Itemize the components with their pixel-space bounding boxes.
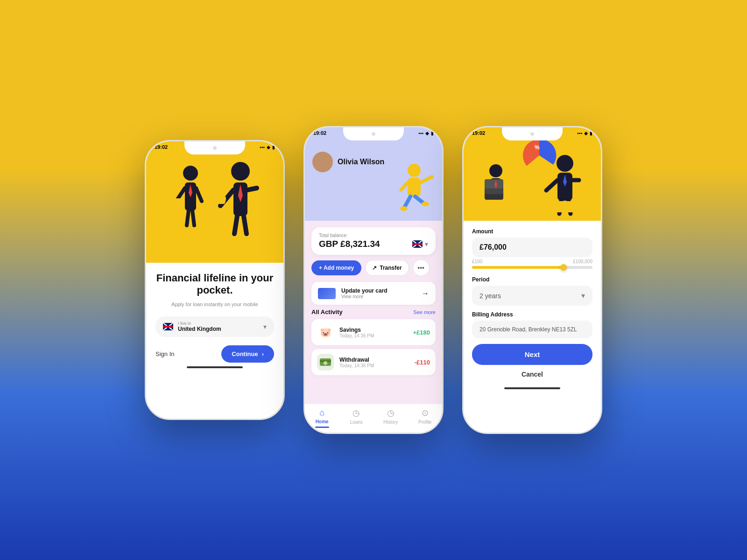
sign-in-button[interactable]: Sign In [155, 350, 174, 357]
svg-point-0 [183, 166, 198, 181]
balance-card: Total balance: GBP £8,321.34 ▾ [311, 227, 436, 255]
phone-2: 19:02 ▪▪▪ ◈ ▮ Olivia Wilson [303, 126, 444, 434]
continue-button[interactable]: Continue › [221, 345, 274, 363]
add-money-button[interactable]: + Add money [311, 260, 361, 275]
nav-loans[interactable]: ◷ Loans [343, 408, 369, 428]
billing-address-input[interactable]: 20 Grenoble Road, Brenkley NE13 5ZL [472, 321, 592, 338]
bottom-nav: ⌂ Home ◷ Loans ◷ History ⊙ Profile [305, 404, 442, 433]
phone-2-header: Olivia Wilson [305, 127, 442, 221]
svg-line-13 [247, 188, 257, 190]
savings-activity-item[interactable]: 🐷 Savings Today, 14:36 PM +£180 [311, 319, 436, 345]
country-chevron-icon: ▾ [263, 323, 267, 330]
hero-illustration-1 [159, 151, 271, 253]
phone-1-actions: Sign In Continue › [155, 345, 274, 363]
withdrawal-time: Today, 14:36 PM [339, 363, 409, 368]
nav-profile[interactable]: ⊙ Profile [412, 408, 438, 428]
phone-3: 19:02 ▪▪▪ ◈ ▮ % [462, 126, 602, 434]
period-label: Period [472, 276, 592, 283]
phone-2-status-icons: ▪▪▪ ◈ ▮ [418, 131, 434, 136]
svg-line-14 [234, 216, 237, 234]
phone-1-hero [146, 141, 283, 263]
signal-icon: ▪▪▪ [260, 145, 265, 150]
svg-rect-40 [485, 179, 503, 189]
phone-1-time: 19:02 [155, 144, 168, 150]
country-selector[interactable]: I live in United Kingdom ▾ [155, 316, 274, 337]
svg-rect-51 [553, 201, 577, 207]
phone-3-body: Amount £76,000 £100 £100,000 Period 2 ye… [464, 221, 601, 433]
amount-label: Amount [472, 228, 592, 235]
period-chevron-icon: ▾ [581, 291, 585, 300]
wifi-icon: ◈ [267, 145, 270, 150]
svg-line-24 [405, 196, 410, 207]
balance-row: GBP £8,321.34 ▾ [319, 239, 428, 249]
update-card-row[interactable]: Update your card View more → [311, 282, 436, 305]
withdrawal-icon [317, 354, 334, 371]
balance-label: Total balance: [319, 233, 428, 238]
next-button[interactable]: Next [472, 344, 592, 365]
svg-text:%: % [535, 144, 540, 151]
home-indicator-1 [187, 366, 243, 368]
update-card-title: Update your card [341, 287, 416, 294]
phone-3-time: 19:02 [472, 130, 485, 136]
svg-line-25 [415, 196, 423, 203]
phone-3-hero: % [464, 127, 601, 221]
battery-icon-2: ▮ [431, 131, 434, 136]
savings-amount: +£180 [413, 329, 430, 336]
home-label: Home [316, 419, 329, 424]
currency-selector[interactable]: ▾ [412, 240, 428, 248]
svg-point-26 [400, 206, 408, 211]
amount-input[interactable]: £76,000 [472, 238, 592, 257]
wifi-icon-2: ◈ [425, 131, 429, 136]
svg-point-33 [324, 361, 327, 365]
range-max: £100,000 [573, 259, 592, 264]
svg-line-15 [244, 216, 247, 234]
range-fill [472, 266, 564, 269]
svg-line-3 [196, 188, 202, 201]
activity-section: All Activity See more 🐷 Savings Today, 1… [305, 308, 442, 404]
activity-header: All Activity See more [311, 308, 436, 315]
country-text: I live in United Kingdom [178, 321, 259, 332]
phone-1-content: Financial lifeline in your pocket. Apply… [146, 141, 283, 419]
balance-amount: GBP £8,321.34 [319, 239, 380, 249]
wifi-icon-3: ◈ [584, 131, 588, 136]
phone-3-status: 19:02 ▪▪▪ ◈ ▮ [464, 130, 601, 136]
phone-1-status: 19:02 ▪▪▪ ◈ ▮ [146, 144, 283, 150]
phone-1: 19:02 ▪▪▪ ◈ ▮ [145, 140, 285, 420]
withdrawal-amount: -£110 [415, 359, 430, 366]
update-card-text: Update your card View more [341, 287, 416, 299]
svg-point-27 [422, 202, 429, 206]
phone-1-subtitle: Apply for loan instantly on your mobile [155, 301, 274, 307]
range-min: £100 [472, 259, 482, 264]
cancel-button[interactable]: Cancel [472, 371, 592, 378]
svg-rect-23 [408, 178, 421, 196]
country-name-label: United Kingdom [178, 326, 259, 332]
phone-2-time: 19:02 [313, 130, 326, 136]
period-select[interactable]: 2 years ▾ [472, 286, 592, 306]
transfer-button[interactable]: ↗ Transfer [365, 260, 409, 276]
nav-history[interactable]: ◷ History [378, 408, 404, 428]
history-icon: ◷ [387, 408, 395, 418]
phone-2-body: Total balance: GBP £8,321.34 ▾ + Add mon… [305, 221, 442, 433]
update-card-sub: View more [341, 294, 416, 299]
loans-label: Loans [350, 420, 363, 425]
phone-3-content: % [464, 127, 601, 433]
withdrawal-text: Withdrawal Today, 14:36 PM [339, 357, 409, 368]
billing-section: Billing Address 20 Grenoble Road, Brenkl… [472, 311, 592, 338]
svg-line-5 [192, 210, 194, 225]
avatar [312, 152, 333, 172]
withdrawal-activity-item[interactable]: Withdrawal Today, 14:36 PM -£110 [311, 349, 436, 375]
range-labels: £100 £100,000 [472, 259, 592, 264]
profile-label: Profile [418, 420, 431, 425]
see-more-link[interactable]: See more [413, 309, 436, 315]
period-value: 2 years [479, 292, 501, 300]
savings-time: Today, 14:36 PM [339, 333, 407, 338]
savings-icon: 🐷 [317, 324, 334, 341]
continue-arrow-icon: › [262, 350, 264, 357]
uk-flag-icon [163, 323, 173, 330]
signal-icon-2: ▪▪▪ [418, 131, 423, 136]
nav-home[interactable]: ⌂ Home [309, 408, 335, 428]
action-buttons: + Add money ↗ Transfer ••• [311, 259, 436, 276]
signal-icon-3: ▪▪▪ [577, 131, 582, 136]
range-track[interactable] [472, 266, 592, 269]
more-button[interactable]: ••• [413, 259, 430, 276]
